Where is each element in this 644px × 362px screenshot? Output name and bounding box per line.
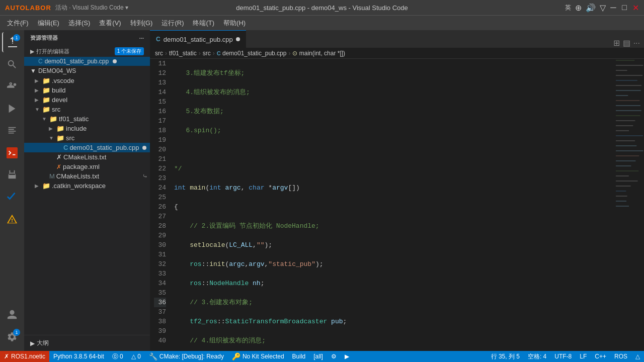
status-cmake[interactable]: 🔧 CMake: [Debug]: Ready: [145, 351, 228, 362]
status-spaces[interactable]: 空格: 4: [524, 351, 550, 362]
outline-header[interactable]: ▶ 大纲: [24, 337, 150, 349]
bc-tf01[interactable]: tf01_static: [169, 50, 197, 57]
unsaved-dot: [113, 59, 117, 63]
unsaved-dot2: [142, 146, 146, 150]
workspace-arrow: ▼: [30, 67, 36, 74]
tree-item-tf01[interactable]: ▼ 📁 tf01_static: [24, 114, 150, 124]
menu-run[interactable]: 运行(R): [157, 17, 188, 30]
activity-search[interactable]: [2, 54, 22, 74]
folder-icon-build: 📁: [42, 86, 50, 94]
status-config[interactable]: [all]: [309, 351, 327, 362]
tree-item-include[interactable]: ▶ 📁 include: [24, 124, 150, 133]
titlebar-title: demo01_static_pub.cpp - demo04_ws - Visu…: [236, 4, 408, 12]
tab-demo01[interactable]: C demo01_static_pub.cpp: [150, 30, 246, 48]
status-lang[interactable]: C++: [591, 351, 610, 362]
activity-terminal-red[interactable]: [2, 143, 22, 163]
bc-src2[interactable]: src: [203, 50, 211, 57]
activity-lab[interactable]: [2, 165, 22, 185]
activity-explorer[interactable]: 1: [2, 32, 22, 52]
editor-more-icon[interactable]: ···: [633, 39, 640, 48]
menu-file[interactable]: 文件(F): [3, 17, 33, 30]
tree-item-catkin[interactable]: ▶ 📁 .catkin_workspace: [24, 181, 150, 191]
status-encoding[interactable]: UTF-8: [550, 351, 576, 362]
close-button[interactable]: ✕: [632, 4, 639, 11]
folder-icon-src2: 📁: [56, 134, 64, 142]
activity-files[interactable]: [2, 121, 22, 141]
status-line-col[interactable]: 行 35, 列 5: [487, 351, 524, 362]
folder-icon-vscode: 📁: [42, 77, 50, 84]
menu-edit[interactable]: 编辑(E): [34, 17, 63, 30]
bc-sep2: ›: [199, 50, 201, 57]
play-icon: ▶: [345, 353, 349, 360]
kit-icon: 🔑: [232, 352, 240, 360]
kit-label: No Kit Selected: [243, 353, 284, 360]
tree-item-package-xml[interactable]: ▶ ✗ package.xml: [24, 162, 150, 171]
code-editor[interactable]: 11 12 13 14 15 16 17 18 19 20 21 22 23 2…: [150, 59, 644, 351]
status-play-btn[interactable]: ▶: [341, 351, 353, 362]
menubar: 文件(F) 编辑(E) 选择(S) 查看(V) 转到(G) 运行(R) 终端(T…: [0, 15, 644, 30]
menu-help[interactable]: 帮助(H): [219, 17, 250, 30]
activity-account[interactable]: [2, 305, 22, 325]
open-editors-item[interactable]: C demo01_static_pub.cpp: [24, 57, 150, 66]
arrow-src2: ▼: [49, 135, 55, 141]
status-notifications[interactable]: △: [631, 351, 644, 362]
status-python[interactable]: Python 3.8.5 64-bit: [49, 351, 108, 362]
bc-file[interactable]: C demo01_static_pub.cpp: [217, 50, 287, 57]
status-build[interactable]: Build: [288, 351, 310, 362]
activity-bottom: 1: [2, 305, 22, 351]
workspace-header[interactable]: ▼ DEMO04_WS: [24, 66, 150, 76]
error-count: ⓪ 0: [112, 352, 123, 361]
open-editors-bar: ▶ 打开的编辑器 1 个未保存: [24, 46, 150, 57]
minimize-button[interactable]: ─: [610, 4, 617, 11]
arrow-build: ▶: [35, 87, 41, 93]
folder-icon-tf01: 📁: [49, 115, 57, 123]
minimap: [614, 59, 644, 351]
bc-src[interactable]: src: [155, 50, 163, 57]
menu-terminal[interactable]: 终端(T): [189, 17, 218, 30]
status-line-ending[interactable]: LF: [576, 351, 591, 362]
code-content[interactable]: 3.组建发布tf坐标; 4.组织被发布的消息; 5.发布数据; 6.spin()…: [170, 59, 614, 351]
tree-item-src2[interactable]: ▼ 📁 src: [24, 133, 150, 143]
status-warnings[interactable]: △ 0: [127, 351, 145, 362]
arrow-src: ▼: [35, 107, 41, 112]
activity-settings[interactable]: 1: [2, 327, 22, 347]
warning-count: △ 0: [131, 353, 141, 360]
bc-func[interactable]: ⊙ main(int, char *[]): [292, 50, 345, 57]
tree-item-devel[interactable]: ▶ 📁 devel: [24, 95, 150, 105]
sidebar-more-icon[interactable]: ···: [139, 35, 144, 41]
split-editor-icon[interactable]: ⊞: [613, 38, 620, 48]
menu-select[interactable]: 选择(S): [64, 17, 94, 30]
tree-item-build[interactable]: ▶ 📁 build: [24, 85, 150, 95]
status-kit[interactable]: 🔑 No Kit Selected: [228, 351, 288, 362]
outline-label: 大纲: [37, 339, 49, 347]
tree-item-demo01[interactable]: ▶ C demo01_static_pub.cpp: [24, 143, 150, 152]
label-tf01: tf01_static: [59, 115, 89, 123]
sidebar: 资源管理器 ··· ▶ 打开的编辑器 1 个未保存 C demo01_stati…: [24, 30, 150, 351]
outline-section: ▶ 大纲: [24, 335, 150, 351]
editor-layout-icon[interactable]: ▤: [623, 38, 630, 48]
tree-item-cmakelists-root[interactable]: ▶ M CMakeLists.txt ⤷: [24, 171, 150, 181]
activity-scm[interactable]: [2, 76, 22, 97]
status-ros[interactable]: ROS: [610, 351, 631, 362]
tree-item-src[interactable]: ▼ 📁 src: [24, 105, 150, 114]
label-include: include: [66, 125, 87, 132]
activity-warning[interactable]: [2, 209, 22, 229]
label-devel: devel: [52, 96, 67, 104]
activity-run[interactable]: [2, 99, 22, 119]
tree-item-vscode[interactable]: ▶ 📁 .vscode: [24, 76, 150, 85]
status-settings-btn[interactable]: ⚙: [327, 351, 341, 362]
status-errors[interactable]: ⓪ 0: [108, 351, 127, 362]
ros-status-label: ROS: [614, 353, 627, 360]
svg-rect-1: [7, 147, 18, 158]
ros-label: ROS1.noetic: [11, 353, 45, 360]
menu-view[interactable]: 查看(V): [95, 17, 125, 30]
tree-item-cmakelists-tf[interactable]: ▶ ✗ CMakeLists.txt: [24, 152, 150, 162]
menu-goto[interactable]: 转到(G): [126, 17, 157, 30]
status-error-item[interactable]: ✗ ROS1.noetic: [0, 351, 49, 362]
label-cmake-tf: CMakeLists.txt: [63, 153, 106, 161]
maximize-button[interactable]: □: [621, 4, 628, 11]
cmake-arrow-icon: ⤷: [142, 172, 148, 180]
file-icon-cpp: C: [38, 58, 43, 65]
folder-icon-src: 📁: [42, 106, 50, 113]
activity-vscode[interactable]: [2, 187, 22, 207]
